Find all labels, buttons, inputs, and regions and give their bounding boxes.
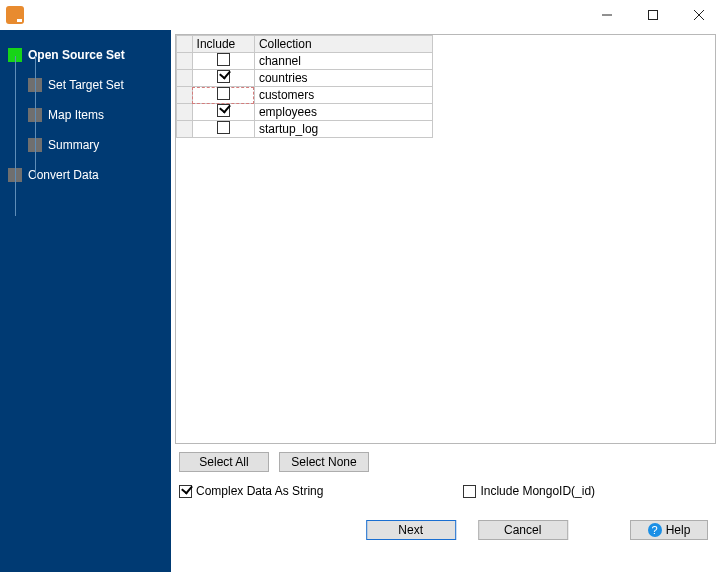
- row-header[interactable]: [177, 104, 193, 121]
- help-button[interactable]: ? Help: [630, 520, 708, 540]
- col-header-collection[interactable]: Collection: [254, 36, 432, 53]
- collections-grid[interactable]: Include Collection channelcountriescusto…: [175, 34, 716, 444]
- wizard-step-label: Open Source Set: [28, 48, 125, 62]
- help-label: Help: [666, 523, 691, 537]
- checkbox-icon[interactable]: [217, 53, 230, 66]
- collection-cell[interactable]: startup_log: [254, 121, 432, 138]
- table-row[interactable]: employees: [177, 104, 433, 121]
- maximize-button[interactable]: [630, 0, 676, 30]
- wizard-step-label: Set Target Set: [48, 78, 124, 92]
- checkbox-icon[interactable]: [179, 485, 192, 498]
- collection-cell[interactable]: customers: [254, 87, 432, 104]
- checkbox-icon[interactable]: [463, 485, 476, 498]
- svg-rect-1: [649, 11, 658, 20]
- grid-corner: [177, 36, 193, 53]
- select-none-button[interactable]: Select None: [279, 452, 369, 472]
- cancel-button[interactable]: Cancel: [478, 520, 568, 540]
- select-all-button[interactable]: Select All: [179, 452, 269, 472]
- row-header[interactable]: [177, 53, 193, 70]
- minimize-button[interactable]: [584, 0, 630, 30]
- table-row[interactable]: countries: [177, 70, 433, 87]
- svg-line-3: [694, 10, 704, 20]
- help-icon: ?: [648, 523, 662, 537]
- checkbox-icon[interactable]: [217, 70, 230, 83]
- title-bar: [0, 0, 722, 30]
- app-icon: [6, 6, 24, 24]
- wizard-step[interactable]: Open Source Set: [0, 40, 171, 70]
- collection-cell[interactable]: countries: [254, 70, 432, 87]
- include-mongoid-label: Include MongoID(_id): [480, 484, 595, 498]
- checkbox-icon[interactable]: [217, 87, 230, 100]
- wizard-sidebar: Open Source SetSet Target SetMap ItemsSu…: [0, 30, 171, 572]
- wizard-step[interactable]: Summary: [0, 130, 171, 160]
- row-header[interactable]: [177, 121, 193, 138]
- wizard-step[interactable]: Map Items: [0, 100, 171, 130]
- svg-line-2: [694, 10, 704, 20]
- complex-as-string-label: Complex Data As String: [196, 484, 323, 498]
- include-cell[interactable]: [192, 87, 254, 104]
- collection-cell[interactable]: channel: [254, 53, 432, 70]
- row-header[interactable]: [177, 70, 193, 87]
- table-row[interactable]: startup_log: [177, 121, 433, 138]
- include-cell[interactable]: [192, 53, 254, 70]
- include-cell[interactable]: [192, 121, 254, 138]
- main-panel: Include Collection channelcountriescusto…: [171, 30, 722, 572]
- include-cell[interactable]: [192, 70, 254, 87]
- include-cell[interactable]: [192, 104, 254, 121]
- wizard-step-label: Map Items: [48, 108, 104, 122]
- row-header[interactable]: [177, 87, 193, 104]
- wizard-step[interactable]: Convert Data: [0, 160, 171, 190]
- wizard-step-label: Summary: [48, 138, 99, 152]
- checkbox-icon[interactable]: [217, 104, 230, 117]
- close-button[interactable]: [676, 0, 722, 30]
- wizard-step-label: Convert Data: [28, 168, 99, 182]
- table-row[interactable]: customers: [177, 87, 433, 104]
- complex-as-string-option[interactable]: Complex Data As String: [179, 484, 323, 498]
- checkbox-icon[interactable]: [217, 121, 230, 134]
- include-mongoid-option[interactable]: Include MongoID(_id): [463, 484, 595, 498]
- next-button[interactable]: Next: [366, 520, 456, 540]
- collection-cell[interactable]: employees: [254, 104, 432, 121]
- table-row[interactable]: channel: [177, 53, 433, 70]
- col-header-include[interactable]: Include: [192, 36, 254, 53]
- wizard-step[interactable]: Set Target Set: [0, 70, 171, 100]
